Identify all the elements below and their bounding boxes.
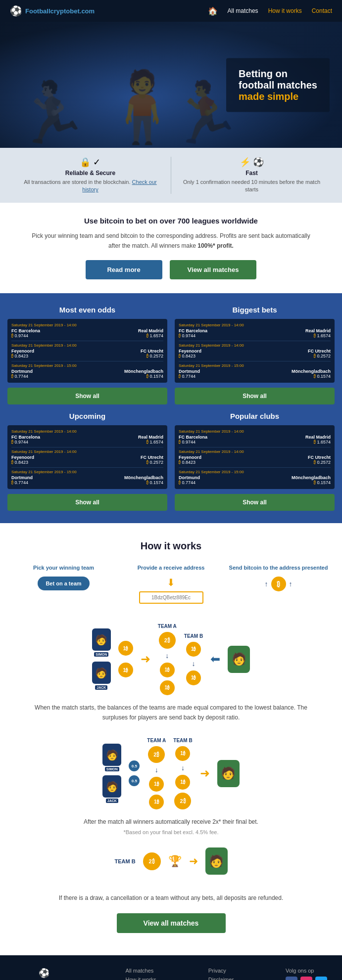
odds-value: ₿ 0.7744	[11, 374, 28, 379]
diagram2-visual: 🧑 SIMON 🧑 JACK 0.5 0.5 TEAM A 2₿ ↓ 1₿ 1₿	[15, 738, 327, 809]
team-name: Feyenoord	[179, 455, 201, 460]
table-row: Saturday 21 September 2019 - 14:00 Feyen…	[179, 449, 331, 465]
team-name: FC Utrecht	[141, 349, 163, 354]
instagram-icon[interactable]: 📷	[300, 977, 312, 980]
nav-all-matches[interactable]: All matches	[228, 7, 258, 14]
footer-how-it-works[interactable]: How it works	[125, 977, 156, 980]
footer-all-matches[interactable]: All matches	[125, 968, 156, 974]
show-all-biggest-button[interactable]: Show all	[175, 388, 335, 404]
view-all-matches-button-bottom[interactable]: View all matches	[117, 913, 226, 933]
match-odds: ₿ 0.8423 ₿ 0.2572	[11, 354, 163, 358]
footer-links-col1: All matches How it works Contact	[125, 968, 156, 980]
step1-title: Pick your winning team	[12, 564, 115, 572]
facebook-icon[interactable]: f	[286, 977, 297, 980]
hero-section: 🏃 🧍 🏃 Betting on football matches made s…	[0, 22, 342, 148]
odds-value: ₿ 1.6574	[314, 440, 331, 445]
odds-value: ₿ 0.8423	[11, 354, 28, 358]
step3-title: Send bitcoin to the address presented	[227, 564, 330, 572]
odds-card-popular-title: Popular clubs	[175, 412, 335, 420]
match-odds: ₿ 0.7744 ₿ 0.1574	[11, 374, 163, 379]
footer-logo-icon: ⚽	[39, 968, 49, 979]
table-row: Saturday 21 September 2019 - 14:00 Feyen…	[179, 343, 331, 358]
match-date: Saturday 21 September 2019 - 14:00	[11, 323, 163, 327]
view-all-matches-button-cta[interactable]: View all matches	[170, 260, 257, 279]
odds-value: ₿ 0.8423	[179, 354, 195, 358]
player-simon-2: 🧑 SIMON	[102, 744, 121, 771]
team-name: Dortmund	[11, 369, 33, 374]
cta-buttons: Read more View all matches	[30, 260, 312, 279]
footer: ⚽ Footballcryptobet.com All matches How …	[0, 955, 342, 980]
hero-line1: Betting on	[239, 68, 317, 79]
team-name: Mönchengladbach	[292, 369, 331, 374]
social-icons-row: f 📷 t	[286, 977, 327, 980]
diagram1-section: 🧑 SIMON 🧑 JACK 1₿ 1₿ ➜ TEAM A 2₿ ↓ 1₿	[10, 616, 332, 730]
team-name: Real Madrid	[138, 328, 163, 333]
arrow-to-winner: ➜	[189, 855, 198, 868]
odds-card-popular: Popular clubs Saturday 21 September 2019…	[175, 412, 335, 511]
home-icon[interactable]: 🏠	[208, 6, 218, 16]
footer-disclaimer[interactable]: Disclaimer	[208, 977, 234, 980]
match-table-even: Saturday 21 September 2019 - 14:00 FC Ba…	[7, 319, 167, 383]
right-player: 🧑	[228, 646, 250, 673]
step2-title: Provide a receive address	[120, 564, 222, 572]
odds-value: ₿ 0.2572	[147, 354, 163, 358]
twitter-icon[interactable]: t	[315, 977, 327, 980]
logo-text[interactable]: Footballcryptobet.com	[25, 7, 95, 15]
team-name: Mönchengladbach	[124, 369, 163, 374]
odds-card-upcoming: Upcoming Saturday 21 September 2019 - 14…	[7, 412, 167, 511]
left-players: 🧑 SIMON 🧑 JACK	[92, 628, 111, 690]
trophy-icon: 🏆	[168, 855, 182, 868]
match-teams: Feyenoord FC Utrecht	[11, 349, 163, 354]
footer-privacy[interactable]: Privacy	[208, 968, 234, 974]
winner-player: 🧑	[217, 760, 240, 787]
show-all-upcoming-button[interactable]: Show all	[7, 494, 167, 511]
match-table-popular: Saturday 21 September 2019 - 14:00 FC Ba…	[175, 425, 335, 489]
team-name: Real Madrid	[305, 328, 331, 333]
diagram2-desc: After the match all winners automaticall…	[30, 817, 312, 827]
team-name: Dortmund	[179, 369, 200, 374]
odds-value: ₿ 0.7744	[179, 480, 195, 485]
match-teams: FC Barcelona Real Madrid	[11, 328, 163, 333]
team-name: Dortmund	[179, 475, 200, 480]
logo-icon: ⚽	[10, 5, 22, 17]
odds-value: ₿ 0.2572	[314, 460, 331, 465]
team-name: Dortmund	[11, 475, 33, 480]
how-step-1: Pick your winning team Bet on a team	[10, 564, 117, 590]
odds-value: ₿ 0.9744	[11, 440, 28, 445]
address-input[interactable]	[139, 591, 203, 604]
team-name: Feyenoord	[179, 349, 201, 354]
how-step-2: Provide a receive address ⬇	[117, 564, 225, 604]
nav-contact[interactable]: Contact	[312, 7, 332, 14]
refund-desc: If there is a draw, a cancellation or a …	[30, 893, 312, 903]
cta-heading: Use bitcoin to bet on over 700 leagues w…	[30, 217, 312, 225]
fast-title: Fast	[179, 170, 325, 177]
cta-section: Use bitcoin to bet on over 700 leagues w…	[0, 203, 342, 293]
odds-value: ₿ 1.6574	[147, 440, 163, 445]
team-a-coin-2b: 2₿	[159, 632, 176, 649]
table-row: Saturday 21 September 2019 - 15:00 Dortm…	[179, 363, 331, 379]
odds-value: ₿ 0.1574	[314, 374, 331, 379]
arrow-right-icon: ➜	[141, 652, 150, 666]
how-steps: Pick your winning team Bet on a team Pro…	[10, 564, 332, 604]
hero-line3: made simple	[239, 90, 317, 102]
bet-on-team-button[interactable]: Bet on a team	[38, 577, 89, 590]
show-all-even-button[interactable]: Show all	[7, 388, 167, 404]
match-date: Saturday 21 September 2019 - 15:00	[11, 470, 163, 474]
table-row: Saturday 21 September 2019 - 15:00 Dortm…	[11, 363, 163, 379]
footer-logo-area: ⚽ Footballcryptobet.com	[15, 968, 74, 980]
match-date: Saturday 21 September 2019 - 14:00	[179, 449, 331, 454]
diagram1-visual: 🧑 SIMON 🧑 JACK 1₿ 1₿ ➜ TEAM A 2₿ ↓ 1₿	[15, 624, 327, 695]
read-more-button[interactable]: Read more	[86, 260, 162, 279]
match-date: Saturday 21 September 2019 - 15:00	[11, 363, 163, 368]
team-name: FC Barcelona	[179, 328, 207, 333]
coin-1b-2: 1₿	[118, 663, 133, 677]
team-b-coin-1b: 1₿	[186, 642, 201, 657]
nav-how-it-works[interactable]: How it works	[268, 7, 302, 14]
team-name: Feyenoord	[11, 349, 34, 354]
footer-links-col2: Privacy Disclaimer	[208, 968, 234, 980]
odds-value: ₿ 0.1574	[147, 374, 163, 379]
team-name: FC Utrecht	[308, 455, 331, 460]
show-all-popular-button[interactable]: Show all	[175, 494, 335, 511]
match-date: Saturday 21 September 2019 - 14:00	[11, 343, 163, 348]
reliable-title: Reliable & Secure	[17, 170, 163, 177]
